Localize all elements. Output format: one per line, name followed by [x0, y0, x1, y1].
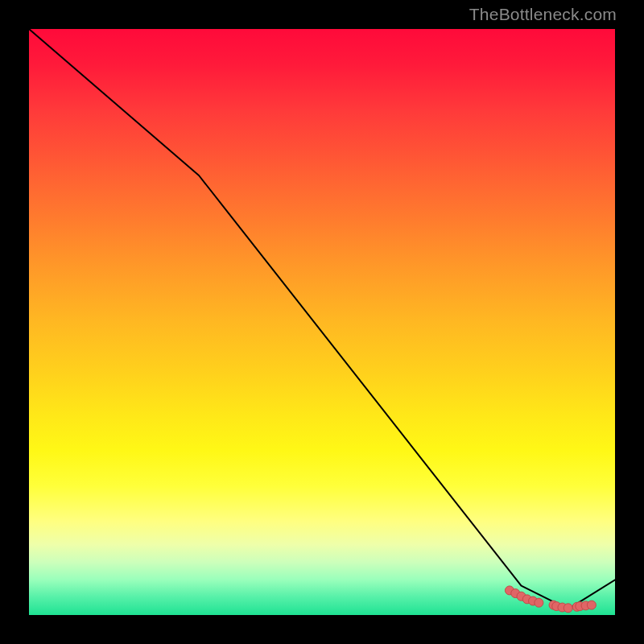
chart-marker: [564, 604, 572, 613]
watermark-text: TheBottleneck.com: [469, 5, 617, 24]
chart-overlay: [29, 29, 615, 615]
chart-marker: [587, 601, 596, 609]
chart-marker: [535, 598, 543, 607]
chart-frame: TheBottleneck.com: [0, 0, 644, 644]
chart-line: [29, 29, 615, 609]
